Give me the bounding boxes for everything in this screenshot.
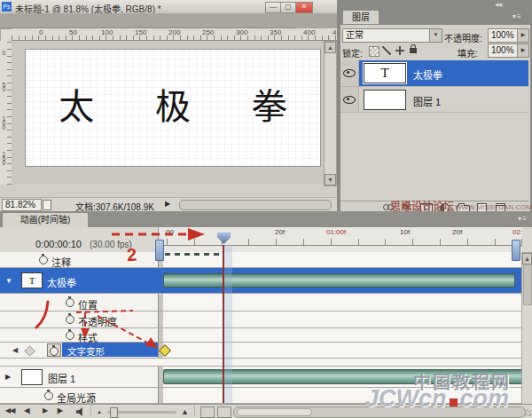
previous-keyframe-icon[interactable]: ◀: [12, 346, 18, 354]
scrollbar-thumb[interactable]: [523, 264, 532, 305]
ruler-number: 250: [202, 28, 214, 36]
ruler-number: 150: [1, 151, 7, 164]
layer-row-highlight: T 太极拳: [359, 60, 528, 86]
stopwatch-icon[interactable]: [44, 391, 53, 400]
dock-collapse-icon[interactable]: ◀◀: [495, 1, 501, 7]
eye-icon[interactable]: [343, 96, 356, 104]
track-row-opacity[interactable]: 不透明度: [0, 312, 521, 328]
time-tick: 20f: [452, 228, 462, 236]
track-row-text-warp[interactable]: ◀ 文字变形: [0, 343, 521, 359]
first-frame-button[interactable]: ◀◀: [5, 406, 14, 414]
track-row-position[interactable]: 位置: [0, 294, 521, 312]
track-label: 全局光源: [57, 390, 96, 405]
minimize-icon: —: [270, 3, 277, 11]
zoom-in-icon[interactable]: ▲: [181, 407, 188, 416]
scroll-up-icon[interactable]: ▲: [325, 42, 336, 53]
playhead-column-band: [224, 245, 232, 403]
layer-duration-bar[interactable]: [163, 273, 515, 288]
layer-row-layer1[interactable]: 图层 1: [340, 87, 528, 113]
timeline-zoom-slider[interactable]: [107, 411, 176, 414]
stopwatch-icon[interactable]: [66, 298, 74, 307]
close-button[interactable]: ×: [295, 2, 313, 13]
keyframe-diamond[interactable]: [159, 344, 171, 357]
previous-frame-button[interactable]: ◀|: [24, 406, 29, 414]
scroll-up-icon[interactable]: ▲: [522, 253, 532, 264]
next-frame-button[interactable]: |▶: [57, 406, 62, 414]
ruler-number: 200: [168, 28, 180, 36]
tab-layers[interactable]: 图层: [342, 10, 379, 25]
ruler-number: 350: [270, 28, 281, 36]
work-area-start-handle[interactable]: [155, 240, 164, 261]
canvas-vertical-scrollbar[interactable]: ▲ ▼: [324, 41, 337, 186]
canvas-horizontal-scrollbar[interactable]: [179, 200, 332, 210]
canvas-text: 太 极 拳: [26, 50, 320, 164]
photoshop-icon: Ps: [2, 2, 12, 12]
layer-duration-bar[interactable]: [163, 369, 523, 384]
opacity-label: 不透明度:: [444, 31, 482, 44]
current-time[interactable]: 0:00:00:10: [35, 239, 82, 249]
eye-icon[interactable]: [343, 69, 356, 77]
fill-input[interactable]: 100%: [488, 43, 518, 58]
work-area-end-handle[interactable]: [512, 240, 520, 261]
panel-menu-icon[interactable]: ▾≡: [518, 215, 528, 223]
track-row-global-light[interactable]: 全局光源: [0, 388, 521, 404]
track-row-taijiquan[interactable]: ▼ T 太极拳: [0, 268, 521, 294]
lock-all-icon[interactable]: [410, 48, 417, 53]
ruler-number: 50: [1, 82, 7, 91]
toggle-onion-skins-icon[interactable]: [200, 406, 215, 418]
layer-style-fx-icon[interactable]: fx.: [403, 202, 412, 211]
opacity-input[interactable]: 100%: [488, 28, 518, 43]
selected-property-highlight: 文字变形: [62, 343, 158, 357]
timeline-horizontal-scrollbar[interactable]: [233, 406, 526, 418]
lock-position-icon[interactable]: [395, 46, 404, 55]
expand-arrow-icon[interactable]: ▶: [5, 373, 11, 381]
layers-list: T 太极拳 图层 1: [340, 59, 528, 200]
timeline-vertical-scrollbar[interactable]: ▲: [521, 252, 532, 405]
pasted-keyframes-marks: [165, 253, 220, 256]
restore-icon: ▢: [285, 3, 292, 11]
expand-arrow-icon[interactable]: ▼: [5, 277, 12, 285]
add-keyframe-icon[interactable]: [24, 345, 35, 357]
ruler-baseline: [159, 245, 522, 246]
vertical-ruler: 0 50 100 150: [0, 41, 12, 185]
layer-thumbnail: [364, 90, 406, 110]
track-row-style[interactable]: 样式: [0, 328, 521, 343]
restore-button[interactable]: ▢: [280, 2, 296, 13]
tab-label: 动画(时间轴): [20, 215, 71, 225]
stopwatch-icon[interactable]: [66, 315, 74, 324]
minimize-button[interactable]: —: [265, 2, 281, 13]
panel-menu-icon[interactable]: ▾≡: [512, 12, 522, 20]
visibility-cell[interactable]: [340, 87, 359, 112]
layer-row-taijiquan[interactable]: T 太极拳: [340, 60, 528, 87]
blend-mode-select[interactable]: 正常 ▼: [342, 28, 442, 43]
scrollbar-thumb[interactable]: [237, 408, 312, 416]
link-layers-icon[interactable]: [383, 203, 395, 210]
document-canvas[interactable]: 太 极 拳: [25, 49, 321, 167]
lock-paint-icon[interactable]: [382, 46, 391, 55]
layer-name: 图层 1: [413, 94, 441, 108]
track-row-layer1[interactable]: ▶ 图层 1: [0, 367, 521, 388]
zoom-level-field[interactable]: 81.82%: [2, 199, 42, 211]
opacity-slider-icon[interactable]: ▶: [517, 28, 529, 43]
fill-label: 填充:: [458, 46, 478, 59]
play-button[interactable]: ▶: [43, 406, 47, 414]
fill-slider-icon[interactable]: ▶: [517, 43, 529, 58]
lock-transparency-icon[interactable]: [369, 46, 379, 57]
ruler-number: 0: [1, 50, 7, 54]
convert-to-frame-animation-icon[interactable]: [217, 406, 231, 418]
scroll-down-icon[interactable]: ▼: [325, 174, 336, 185]
timeline-ruler[interactable]: 00 20f 01:00f 10f 20f 02:0: [158, 227, 522, 252]
track-row-comments[interactable]: 注释: [0, 252, 521, 268]
resize-grip[interactable]: [524, 409, 531, 416]
stopwatch-icon[interactable]: [39, 256, 48, 264]
time-tick: 10f: [400, 228, 410, 236]
track-label: 不透明度: [78, 314, 117, 328]
visibility-cell[interactable]: [340, 60, 359, 86]
slider-thumb[interactable]: [110, 407, 118, 418]
tab-animation-timeline[interactable]: 动画(时间轴): [2, 212, 89, 228]
keyframe-stopwatch-box[interactable]: [47, 343, 61, 357]
audio-toggle-icon[interactable]: [76, 407, 85, 416]
stopwatch-icon[interactable]: [66, 331, 74, 340]
status-flyout-icon[interactable]: ▶: [165, 200, 170, 208]
zoom-out-icon[interactable]: ▲: [97, 409, 101, 414]
